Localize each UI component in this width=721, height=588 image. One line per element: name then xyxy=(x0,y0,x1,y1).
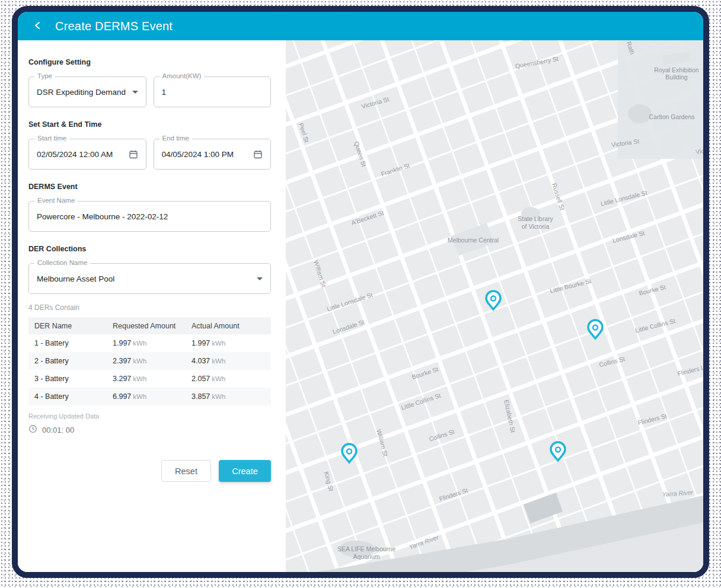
create-button[interactable]: Create xyxy=(219,460,271,482)
end-time-value: 04/05/2024 1:00 PM xyxy=(162,150,234,159)
der-table-header: DER Name Requested Amount Actual Amount xyxy=(28,317,271,334)
dropdown-caret-icon xyxy=(132,91,138,94)
actual-amount-cell: 4.037kWh xyxy=(186,357,271,365)
map-label-sea-life-melbourne: SEA LIFE Melbourne xyxy=(337,545,395,552)
actual-amount-cell: 2.057kWh xyxy=(186,375,271,383)
requested-amount-cell: 1.997kWh xyxy=(107,339,186,347)
requested-amount-cell: 6.997kWh xyxy=(107,392,186,401)
reset-button[interactable]: Reset xyxy=(161,460,211,482)
receiving-updated-data-label: Receiving Updated Data xyxy=(28,413,271,420)
timer: 00:01: 00 xyxy=(28,424,271,435)
back-button[interactable] xyxy=(30,18,46,34)
dropdown-caret-icon xyxy=(257,277,263,280)
der-name-header: DER Name xyxy=(28,322,107,330)
event-name-value: Powercore - Melbourne - 2022-02-12 xyxy=(37,212,168,221)
event-name-input[interactable]: Event Name Powercore - Melbourne - 2022-… xyxy=(28,201,271,232)
table-row: 2 - Battery 2.397kWh 4.037kWh xyxy=(28,352,271,370)
actual-amount-cell: 1.997kWh xyxy=(186,339,271,347)
amount-value: 1 xyxy=(162,88,167,97)
section-heading-schedule: Set Start & End Time xyxy=(28,120,271,129)
map-label-of-victoria: of Victoria xyxy=(522,223,550,230)
type-value: DSR Expediting Demand xyxy=(37,88,126,97)
amount-label: Amount(KW) xyxy=(159,72,205,79)
clock-icon xyxy=(28,424,37,435)
section-heading-configure: Configure Setting xyxy=(28,58,271,66)
start-time-input[interactable]: Start time 02/05/2024 12:00 AM xyxy=(28,139,146,170)
section-heading-der-collections: DER Collections xyxy=(28,245,271,253)
start-time-label: Start time xyxy=(34,135,69,142)
start-time-value: 02/05/2024 12:00 AM xyxy=(37,150,113,159)
table-row: 4 - Battery 6.997kWh 3.857kWh xyxy=(28,388,271,405)
map-label-melbourne-central: Melbourne Central xyxy=(448,237,499,244)
requested-amount-header: Requested Amount xyxy=(107,322,186,330)
back-chevron-icon xyxy=(33,20,43,33)
der-name-cell: 1 - Battery xyxy=(28,339,107,347)
map-label-aquarium: Aquarium xyxy=(353,553,380,560)
gardens-grove xyxy=(628,104,652,123)
der-name-cell: 4 - Battery xyxy=(28,392,107,401)
timer-value: 00:01: 00 xyxy=(42,426,74,434)
collection-name-select[interactable]: Collection Name Melbourne Asset Pool xyxy=(28,263,271,294)
map-label-carlton-gardens: Carlton Gardens xyxy=(649,113,694,120)
map[interactable]: RathQueensberry StPeel StVictoria StVict… xyxy=(286,40,703,572)
calendar-icon[interactable] xyxy=(253,149,263,159)
calendar-icon[interactable] xyxy=(129,149,138,159)
der-table: DER Name Requested Amount Actual Amount … xyxy=(28,317,271,405)
map-label-vic: Vic xyxy=(695,147,703,155)
form-panel: Configure Setting Type DSR Expediting De… xyxy=(18,40,286,572)
der-name-cell: 2 - Battery xyxy=(28,357,107,365)
requested-amount-cell: 2.397kWh xyxy=(107,357,186,365)
map-label-state-library: State Library xyxy=(518,215,553,222)
app-window: Create DERMS Event Configure Setting Typ… xyxy=(12,6,709,578)
requested-amount-cell: 3.297kWh xyxy=(107,375,186,383)
amount-input[interactable]: Amount(KW) 1 xyxy=(154,76,272,107)
event-name-label: Event Name xyxy=(34,197,78,204)
table-row: 1 - Battery 1.997kWh 1.997kWh xyxy=(28,334,271,352)
map-label-royal-exhibition: Royal Exhibition xyxy=(654,66,698,74)
map-canvas: RathQueensberry StPeel StVictoria StVict… xyxy=(286,40,703,572)
actual-amount-header: Actual Amount xyxy=(186,322,271,330)
type-select[interactable]: Type DSR Expediting Demand xyxy=(28,76,146,107)
der-name-cell: 3 - Battery xyxy=(28,375,107,383)
map-label-building: Building xyxy=(665,74,688,81)
actual-amount-cell: 3.857kWh xyxy=(186,392,271,401)
collection-name-label: Collection Name xyxy=(34,259,90,266)
section-heading-derms-event: DERMS Event xyxy=(28,183,271,191)
page-title: Create DERMS Event xyxy=(55,20,173,33)
collection-name-value: Melbourne Asset Pool xyxy=(37,274,114,283)
ders-count-label: 4 DERs Contain xyxy=(28,303,271,312)
table-row: 3 - Battery 3.297kWh 2.057kWh xyxy=(28,370,271,388)
end-time-input[interactable]: End time 04/05/2024 1:00 PM xyxy=(154,139,272,170)
app-header: Create DERMS Event xyxy=(18,12,703,40)
end-time-label: End time xyxy=(159,135,192,142)
type-label: Type xyxy=(34,72,55,79)
